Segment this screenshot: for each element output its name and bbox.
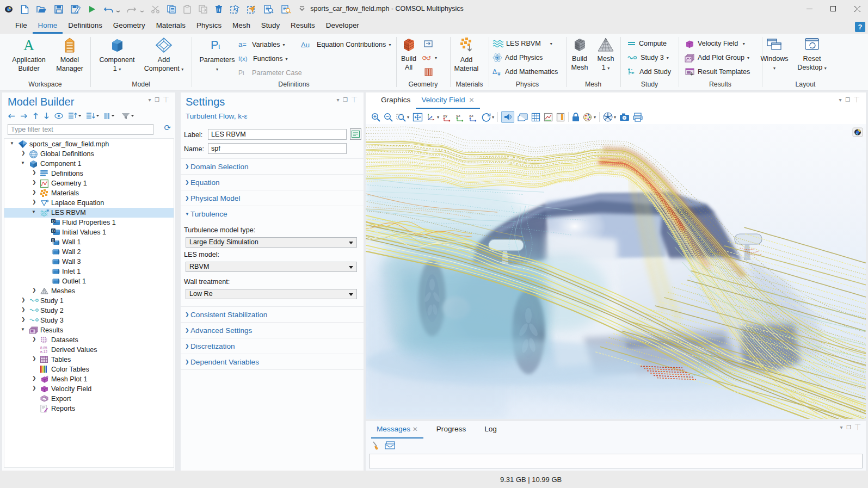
svg-text:yz: yz	[456, 113, 460, 118]
svg-text:xy: xy	[443, 113, 447, 118]
svg-text:↺: ↺	[426, 55, 431, 61]
svg-text:f(x): f(x)	[238, 55, 248, 62]
svg-text:D: D	[52, 229, 54, 233]
svg-text:A: A	[23, 37, 34, 53]
svg-text:xz: xz	[469, 113, 473, 118]
svg-text:D: D	[52, 239, 54, 242]
svg-text:a=: a=	[238, 41, 247, 48]
svg-text:Pι: Pι	[238, 69, 244, 77]
svg-text:e-12: e-12	[40, 350, 47, 354]
svg-text:P: P	[211, 38, 219, 52]
svg-text:D: D	[52, 219, 54, 223]
svg-text:Δ: Δ	[493, 68, 497, 76]
svg-text:Δu: Δu	[301, 41, 310, 48]
svg-text:ι: ι	[218, 41, 220, 51]
